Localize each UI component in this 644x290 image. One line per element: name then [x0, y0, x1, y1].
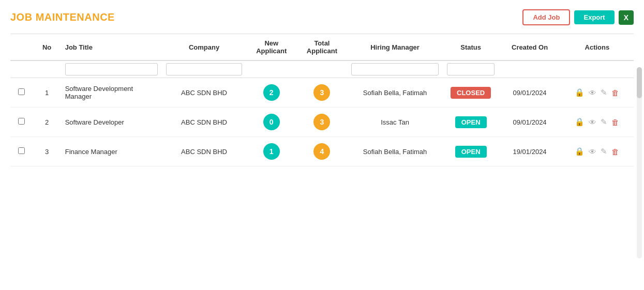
col-created-on: Created On — [499, 34, 560, 61]
col-total-applicant: TotalApplicant — [297, 34, 348, 61]
row-new-applicant: 1 — [246, 137, 297, 166]
row-status: OPEN — [443, 108, 499, 137]
filter-job-title[interactable] — [65, 63, 158, 75]
col-job-title: Job Title — [61, 34, 162, 61]
excel-icon: X — [624, 13, 628, 22]
lock-icon[interactable]: 🔒 — [575, 117, 585, 127]
row-company: ABC SDN BHD — [162, 137, 246, 166]
filter-company[interactable] — [166, 63, 242, 75]
row-checkbox[interactable] — [18, 88, 25, 95]
table-row: 1Software Development ManagerABC SDN BHD… — [10, 78, 634, 108]
excel-button[interactable]: X — [619, 10, 634, 25]
job-table: No Job Title Company NewApplicant TotalA… — [10, 34, 634, 166]
row-total-applicant: 3 — [297, 108, 348, 137]
row-actions: 🔒👁✎🗑 — [561, 137, 634, 166]
scrollbar-thumb[interactable] — [637, 67, 642, 98]
view-icon[interactable]: 👁 — [589, 88, 596, 97]
row-checkbox[interactable] — [18, 118, 25, 125]
row-checkbox[interactable] — [18, 147, 25, 154]
row-company: ABC SDN BHD — [162, 108, 246, 137]
row-job-title: Finance Manager — [61, 137, 162, 166]
row-created-on: 19/01/2024 — [499, 137, 560, 166]
row-status: CLOSED — [443, 78, 499, 108]
row-created-on: 09/01/2024 — [499, 108, 560, 137]
scrollbar-track[interactable] — [637, 67, 642, 258]
status-badge: OPEN — [455, 116, 487, 128]
page-wrapper: JOB MAINTENANCE Add Job Export X No Job … — [0, 0, 644, 290]
filter-hiring-manager[interactable] — [351, 63, 439, 75]
row-hiring-manager: Issac Tan — [347, 108, 443, 137]
col-actions: Actions — [561, 34, 634, 61]
row-no: 1 — [33, 78, 61, 108]
row-new-applicant: 0 — [246, 108, 297, 137]
table-row: 2Software DeveloperABC SDN BHD03Issac Ta… — [10, 108, 634, 137]
edit-icon[interactable]: ✎ — [601, 88, 607, 97]
row-no: 3 — [33, 137, 61, 166]
lock-icon[interactable]: 🔒 — [575, 147, 585, 156]
lock-icon[interactable]: 🔒 — [575, 88, 585, 97]
edit-icon[interactable]: ✎ — [601, 117, 607, 127]
filter-status[interactable] — [447, 63, 495, 75]
row-total-applicant: 3 — [297, 78, 348, 108]
add-job-button[interactable]: Add Job — [522, 9, 570, 25]
header-row: JOB MAINTENANCE Add Job Export X — [10, 9, 634, 25]
row-job-title: Software Developer — [61, 108, 162, 137]
header-buttons: Add Job Export X — [522, 9, 634, 25]
row-hiring-manager: Sofiah Bella, Fatimah — [347, 78, 443, 108]
table-body: 1Software Development ManagerABC SDN BHD… — [10, 78, 634, 166]
row-no: 2 — [33, 108, 61, 137]
table-header-row: No Job Title Company NewApplicant TotalA… — [10, 34, 634, 61]
col-status: Status — [443, 34, 499, 61]
row-new-applicant: 2 — [246, 78, 297, 108]
col-no: No — [33, 34, 61, 61]
export-button[interactable]: Export — [574, 10, 614, 24]
row-created-on: 09/01/2024 — [499, 78, 560, 108]
row-status: OPEN — [443, 137, 499, 166]
table-row: 3Finance ManagerABC SDN BHD14Sofiah Bell… — [10, 137, 634, 166]
delete-icon[interactable]: 🗑 — [611, 118, 619, 127]
edit-icon[interactable]: ✎ — [601, 147, 607, 156]
filter-row — [10, 60, 634, 78]
delete-icon[interactable]: 🗑 — [611, 88, 619, 97]
col-new-applicant: NewApplicant — [246, 34, 297, 61]
view-icon[interactable]: 👁 — [589, 147, 596, 156]
row-job-title: Software Development Manager — [61, 78, 162, 108]
col-hiring-manager: Hiring Manager — [347, 34, 443, 61]
view-icon[interactable]: 👁 — [589, 118, 596, 127]
row-hiring-manager: Sofiah Bella, Fatimah — [347, 137, 443, 166]
page-title: JOB MAINTENANCE — [10, 11, 115, 23]
col-company: Company — [162, 34, 246, 61]
delete-icon[interactable]: 🗑 — [611, 147, 619, 156]
row-total-applicant: 4 — [297, 137, 348, 166]
status-badge: CLOSED — [451, 87, 491, 99]
status-badge: OPEN — [455, 146, 487, 158]
row-actions: 🔒👁✎🗑 — [561, 78, 634, 108]
row-actions: 🔒👁✎🗑 — [561, 108, 634, 137]
col-checkbox — [10, 34, 33, 61]
row-company: ABC SDN BHD — [162, 78, 246, 108]
